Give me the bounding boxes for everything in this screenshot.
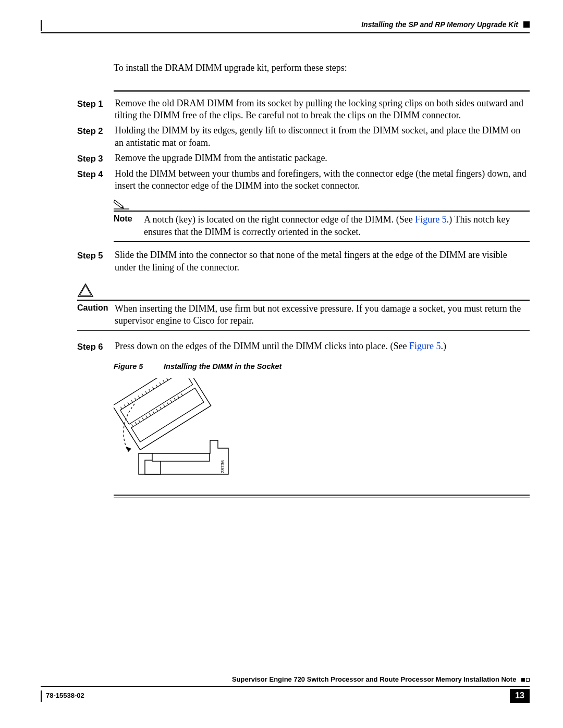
footer-doc-number: 78-15538-02 <box>41 690 84 702</box>
running-header: Installing the SP and RP Memory Upgrade … <box>41 20 530 33</box>
figure-label: Figure 5 <box>114 362 162 372</box>
step-text: Press down on the edges of the DIMM unti… <box>115 341 409 351</box>
square-icon <box>521 678 525 682</box>
step-label: Step 1 <box>77 97 112 122</box>
figure-art-id: 28736 <box>220 460 225 473</box>
step-body: Remove the old DRAM DIMM from its socket… <box>115 97 530 122</box>
step-body: Remove the upgrade DIMM from the antista… <box>115 152 530 164</box>
svg-rect-3 <box>145 460 161 474</box>
caution-body: When inserting the DIMM, use firm but no… <box>115 303 530 327</box>
footer-crop-bar <box>41 690 42 702</box>
step-body: Press down on the edges of the DIMM unti… <box>115 340 530 352</box>
step-row: Step 3 Remove the upgrade DIMM from the … <box>77 152 530 164</box>
horizontal-rule <box>114 211 530 212</box>
step-row: Step 4 Hold the DIMM between your thumbs… <box>77 168 530 192</box>
step-text: .) <box>440 341 446 351</box>
caution-block: Caution When inserting the DIMM, use fir… <box>77 283 530 331</box>
horizontal-rule <box>114 241 530 242</box>
page-body: Installing the SP and RP Memory Upgrade … <box>41 20 530 498</box>
step-label: Step 6 <box>77 340 112 352</box>
horizontal-rule <box>77 330 530 331</box>
header-section-title: Installing the SP and RP Memory Upgrade … <box>361 20 518 29</box>
svg-marker-40 <box>126 447 131 452</box>
step-label: Step 2 <box>77 125 112 149</box>
steps-list: Step 6 Press down on the edges of the DI… <box>77 340 530 352</box>
step-body: Holding the DIMM by its edges, gently li… <box>115 125 530 149</box>
step-row: Step 1 Remove the old DRAM DIMM from its… <box>77 97 530 122</box>
intro-paragraph: To install the DRAM DIMM upgrade kit, pe… <box>114 62 530 74</box>
caution-label: Caution <box>77 303 115 327</box>
step-row: Step 5 Slide the DIMM into the connector… <box>77 249 530 274</box>
footer-title-text: Supervisor Engine 720 Switch Processor a… <box>232 675 516 683</box>
caution-triangle-icon <box>77 283 94 298</box>
page-number: 13 <box>510 689 530 703</box>
step-row: Step 2 Holding the DIMM by its edges, ge… <box>77 125 530 149</box>
note-label: Note <box>114 214 144 238</box>
footer-doc-title: Supervisor Engine 720 Switch Processor a… <box>41 675 530 687</box>
svg-rect-4 <box>152 453 210 461</box>
steps-list: Step 5 Slide the DIMM into the connector… <box>77 249 530 274</box>
figure-title: Installing the DIMM in the Socket <box>164 362 282 371</box>
figure-illustration: 28736 <box>114 378 530 485</box>
horizontal-rule <box>77 300 530 301</box>
step-label: Step 5 <box>77 249 112 274</box>
step-label: Step 4 <box>77 168 112 192</box>
figure-caption: Figure 5 Installing the DIMM in the Sock… <box>114 362 530 372</box>
horizontal-rule <box>114 495 530 498</box>
steps-list: Step 1 Remove the old DRAM DIMM from its… <box>77 97 530 192</box>
figure-link[interactable]: Figure 5 <box>409 341 441 351</box>
note-text: A notch (key) is located on the right co… <box>144 214 415 225</box>
pencil-underline-icon <box>114 199 530 209</box>
note-block: Note A notch (key) is located on the rig… <box>114 199 530 242</box>
step-label: Step 3 <box>77 152 112 164</box>
square-icon <box>526 678 530 682</box>
page-footer: Supervisor Engine 720 Switch Processor a… <box>41 675 530 703</box>
figure-link[interactable]: Figure 5 <box>415 214 447 225</box>
doc-number-text: 78-15538-02 <box>46 692 84 700</box>
step-body: Slide the DIMM into the connector so tha… <box>115 249 530 274</box>
note-body: A notch (key) is located on the right co… <box>144 214 530 238</box>
step-body: Hold the DIMM between your thumbs and fo… <box>115 168 530 192</box>
step-row: Step 6 Press down on the edges of the DI… <box>77 340 530 352</box>
header-square-icon <box>523 21 530 28</box>
horizontal-rule <box>114 90 530 93</box>
